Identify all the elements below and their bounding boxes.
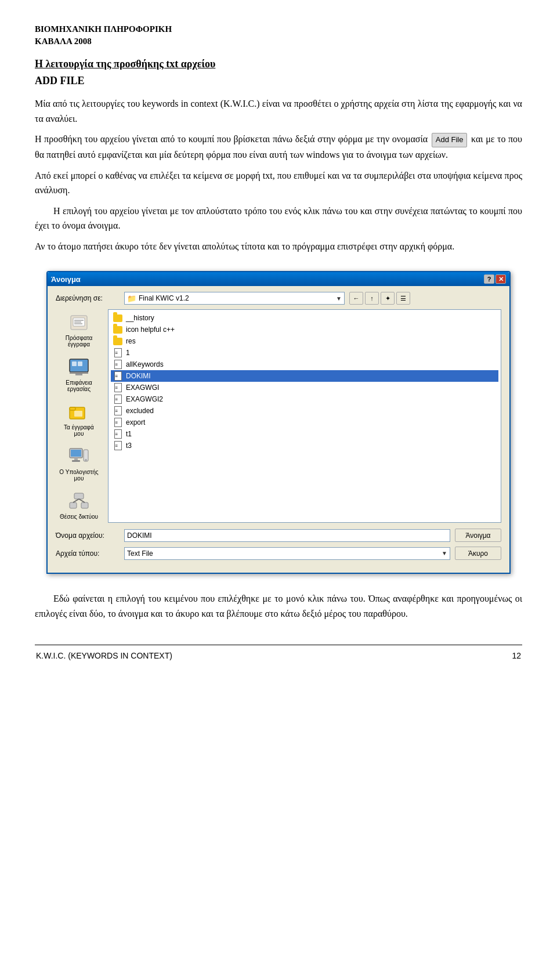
footer-left: Κ.W.I.C. (KEYWORDS IN CONTEXT) <box>36 651 490 660</box>
combo-arrow: ▼ <box>336 295 342 302</box>
dialog-main-area: Πρόσφατα έγγραφα Επιφάνεια εργασίας Τα έ… <box>56 309 501 523</box>
file-item-export[interactable]: export <box>111 417 498 428</box>
footer-paragraph-1: Εδώ φαίνεται η επιλογή του κειμένου που … <box>35 591 522 621</box>
sidebar-item-my-computer[interactable]: Ο Υπολογιστής μου <box>56 443 102 484</box>
look-in-value: Final KWIC v1.2 <box>139 294 189 302</box>
add-file-inline-button[interactable]: Add File <box>432 133 468 147</box>
txt-icon <box>113 406 122 415</box>
footer-right: 12 <box>491 651 521 660</box>
txt-icon <box>113 429 122 439</box>
view-button[interactable]: ☰ <box>396 292 410 305</box>
recent-icon <box>67 312 91 333</box>
file-item-t3[interactable]: t3 <box>111 440 498 451</box>
txt-icon <box>113 371 122 381</box>
svg-rect-7 <box>78 361 82 366</box>
txt-icon <box>113 441 122 450</box>
open-file-dialog: Άνοιγμα ? ✕ Διερεύνηση σε: 📁 Final KWIC … <box>46 271 511 574</box>
file-item-1[interactable]: 1 <box>111 347 498 359</box>
section-subtitle: ADD FILE <box>35 75 522 87</box>
sidebar-item-network[interactable]: Θέσεις δικτύου <box>56 488 102 523</box>
up-button[interactable]: ↑ <box>365 292 379 305</box>
file-item-history[interactable]: __history <box>111 312 498 324</box>
section-title: Η λειτουργία της προσθήκης txt αρχείου <box>35 58 522 70</box>
sidebar-nav: Πρόσφατα έγγραφα Επιφάνεια εργασίας Τα έ… <box>56 309 102 523</box>
file-item-t1[interactable]: t1 <box>111 428 498 440</box>
filetype-row: Αρχεία τύπου: Text File ▼ Άκυρο <box>56 547 501 560</box>
txt-icon <box>113 418 122 427</box>
header-line2: ΚΑΒΑΛΑ 2008 <box>35 37 92 46</box>
paragraph-4: Η επιλογή του αρχείου γίνεται με τον απλ… <box>35 204 522 233</box>
file-item-res[interactable]: res <box>111 335 498 347</box>
svg-line-23 <box>79 499 85 502</box>
sidebar-label-my-computer: Ο Υπολογιστής μου <box>59 469 99 482</box>
svg-rect-19 <box>74 493 84 499</box>
cancel-button[interactable]: Άκυρο <box>455 547 501 560</box>
txt-icon <box>113 360 122 369</box>
filename-label: Όνομα αρχείου: <box>56 531 120 540</box>
toolbar-buttons: ← ↑ ✦ ☰ <box>349 292 410 305</box>
folder-icon <box>113 325 122 334</box>
svg-point-18 <box>85 459 87 461</box>
file-item-allkeywords[interactable]: allKeywords <box>111 359 498 370</box>
my-computer-icon <box>67 446 91 467</box>
paragraph-3: Από εκεί μπορεί ο καθένας να επιλέξει τα… <box>35 168 522 198</box>
sidebar-label-network: Θέσεις δικτύου <box>60 513 98 520</box>
desktop-icon <box>67 357 91 378</box>
close-button[interactable]: ✕ <box>495 274 506 284</box>
svg-rect-15 <box>74 458 78 460</box>
svg-rect-9 <box>75 374 82 375</box>
page-footer: Κ.W.I.C. (KEYWORDS IN CONTEXT) 12 <box>35 645 522 661</box>
look-in-combo[interactable]: 📁 Final KWIC v1.2 ▼ <box>124 292 345 305</box>
network-icon <box>67 491 91 512</box>
svg-rect-21 <box>81 502 88 508</box>
svg-rect-11 <box>70 407 75 410</box>
svg-rect-8 <box>70 372 88 374</box>
header-line1: ΒΙΟΜΗΧΑΝΙΚΗ ΠΛΗΡΟΦΟΡΙΚΗ <box>35 24 172 34</box>
paragraph-5: Αν το άτομο πατήσει άκυρο τότε δεν γίνετ… <box>35 239 522 254</box>
filetype-value: Text File <box>127 549 153 558</box>
txt-icon <box>113 395 122 404</box>
paragraph-1: Μία από τις λειτουργίες του keywords in … <box>35 96 522 126</box>
svg-rect-16 <box>72 460 80 462</box>
look-in-row: Διερεύνηση σε: 📁 Final KWIC v1.2 ▼ ← ↑ ✦… <box>56 292 501 305</box>
file-item-icon-helpful[interactable]: icon helpful c++ <box>111 324 498 335</box>
filetype-combo-arrow: ▼ <box>442 550 447 556</box>
sidebar-label-desktop: Επιφάνεια εργασίας <box>59 379 99 392</box>
svg-rect-6 <box>72 361 77 366</box>
help-button[interactable]: ? <box>484 274 494 284</box>
document-header: ΒΙΟΜΗΧΑΝΙΚΗ ΠΛΗΡΟΦΟΡΙΚΗ ΚΑΒΑΛΑ 2008 <box>35 23 522 48</box>
file-item-exagwgi2[interactable]: EXAGWGI2 <box>111 393 498 405</box>
back-button[interactable]: ← <box>349 292 363 305</box>
paragraph-2: Η προσθήκη του αρχείου γίνεται από το κο… <box>35 132 522 162</box>
filename-row: Όνομα αρχείου: Άνοιγμα <box>56 529 501 542</box>
file-item-excluded[interactable]: excluded <box>111 405 498 417</box>
titlebar-buttons: ? ✕ <box>484 274 506 284</box>
my-docs-icon <box>67 402 91 422</box>
file-item-exagwgi[interactable]: EXAGWGI <box>111 382 498 393</box>
svg-rect-20 <box>70 502 77 508</box>
dialog-titlebar: Άνοιγμα ? ✕ <box>48 272 509 286</box>
file-item-dokimi[interactable]: DOKIMI <box>111 370 498 382</box>
sidebar-item-desktop[interactable]: Επιφάνεια εργασίας <box>56 354 102 395</box>
filetype-label: Αρχεία τύπου: <box>56 549 120 558</box>
txt-icon <box>113 348 122 357</box>
sidebar-item-my-docs[interactable]: Τα έγγραφά μου <box>56 399 102 440</box>
filename-input[interactable] <box>124 529 450 542</box>
open-button[interactable]: Άνοιγμα <box>455 529 501 542</box>
dialog-title: Άνοιγμα <box>51 275 81 284</box>
folder-icon <box>113 313 122 323</box>
svg-rect-14 <box>71 450 81 457</box>
new-folder-button[interactable]: ✦ <box>381 292 395 305</box>
sidebar-label-recent: Πρόσφατα έγγραφα <box>59 335 99 348</box>
filetype-combo[interactable]: Text File ▼ <box>124 547 450 560</box>
svg-line-22 <box>73 499 79 502</box>
sidebar-label-my-docs: Τα έγγραφά μου <box>59 424 99 437</box>
file-list[interactable]: __history icon helpful c++ res 1 <box>108 309 501 523</box>
folder-icon <box>113 337 122 346</box>
folder-icon-small: 📁 <box>127 294 136 303</box>
sidebar-item-recent[interactable]: Πρόσφατα έγγραφα <box>56 309 102 350</box>
look-in-label: Διερεύνηση σε: <box>56 294 120 302</box>
txt-icon <box>113 383 122 392</box>
svg-rect-12 <box>74 411 82 417</box>
